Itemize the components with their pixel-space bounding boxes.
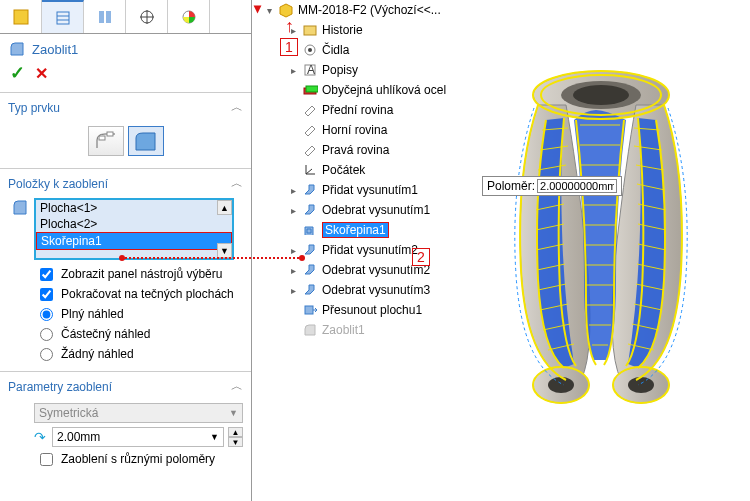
node-icon: [302, 102, 318, 118]
type-buttons: [0, 122, 251, 168]
scroll-up-button[interactable]: ▲: [217, 200, 232, 215]
callout-connector: [122, 257, 302, 259]
section-items-label: Položky k zaoblení: [8, 177, 108, 191]
symmetry-value: Symetrická: [39, 406, 98, 420]
node-label: Pravá rovina: [322, 143, 389, 157]
radius-value: 2.00mm: [57, 430, 100, 444]
node-label: Obyčejná uhlíková ocel: [322, 83, 446, 97]
expand-icon[interactable]: ▸: [288, 185, 298, 196]
section-type-header[interactable]: Typ prvku ︿: [0, 93, 251, 122]
spin-up-button[interactable]: ▲: [228, 427, 243, 437]
spin-down-button[interactable]: ▼: [228, 437, 243, 447]
tree-root-label: MM-2018-F2 (Výchozí<<...: [298, 3, 441, 17]
type-face-fillet-button[interactable]: [128, 126, 164, 156]
svg-rect-5: [106, 11, 111, 23]
property-manager-panel: Zaoblit1 ✓ ✕ Typ prvku ︿ Položky k zaobl…: [0, 0, 252, 501]
svg-rect-0: [14, 10, 28, 24]
expand-icon[interactable]: ▸: [288, 25, 298, 36]
expand-icon[interactable]: ▸: [288, 285, 298, 296]
preview-none-label: Žádný náhled: [61, 347, 134, 361]
node-icon: [302, 222, 318, 238]
node-label: Přidat vysunutím2: [322, 243, 418, 257]
multi-radius-label: Zaoblení s různými poloměry: [61, 452, 215, 466]
selection-listbox[interactable]: Plocha<1> Plocha<2> Skořepina1 ▲ ▼: [34, 198, 234, 260]
tab-display-manager[interactable]: [168, 0, 210, 33]
section-params: Parametry zaoblení ︿ Symetrická ▼ ↷ 2.00…: [0, 371, 251, 469]
node-icon: A: [302, 62, 318, 78]
panel-tabbar: [0, 0, 251, 34]
node-icon: [302, 42, 318, 58]
preview-partial-radio[interactable]: [40, 328, 53, 341]
show-toolbar-checkbox[interactable]: [40, 268, 53, 281]
node-label: Přesunout plochu1: [322, 303, 422, 317]
preview-partial-label: Částečný náhled: [61, 327, 150, 341]
section-params-label: Parametry zaoblení: [8, 380, 112, 394]
collapse-icon[interactable]: ▾: [264, 5, 274, 16]
option-row: Pokračovat na tečných plochách: [0, 284, 251, 304]
node-icon: [302, 282, 318, 298]
tooltip-value-input[interactable]: [537, 179, 617, 193]
multi-radius-checkbox[interactable]: [40, 453, 53, 466]
tangent-checkbox[interactable]: [40, 288, 53, 301]
radius-tooltip: Poloměr:: [482, 176, 622, 196]
option-row: Zaoblení s různými poloměry: [0, 449, 251, 469]
radius-input[interactable]: 2.00mm ▼: [52, 427, 224, 447]
scroll-down-button[interactable]: ▼: [217, 243, 232, 258]
tree-root[interactable]: ▾ MM-2018-F2 (Výchozí<<...: [264, 0, 534, 20]
chevron-up-icon: ︿: [231, 99, 243, 116]
tab-configuration-manager[interactable]: [84, 0, 126, 33]
feature-title: Zaoblit1: [32, 42, 78, 57]
section-params-header[interactable]: Parametry zaoblení ︿: [0, 372, 251, 401]
radius-spinner: ▲ ▼: [228, 427, 243, 447]
node-icon: [302, 302, 318, 318]
ok-button[interactable]: ✓: [10, 62, 25, 84]
preview-none-radio[interactable]: [40, 348, 53, 361]
model-viewport[interactable]: [446, 50, 746, 420]
svg-rect-1: [57, 12, 69, 24]
node-label: Přidat vysunutím1: [322, 183, 418, 197]
expand-icon[interactable]: ▸: [288, 205, 298, 216]
tree-node[interactable]: ▸Historie: [264, 20, 534, 40]
tab-dimxpert[interactable]: [126, 0, 168, 33]
node-icon: [302, 322, 318, 338]
section-items: Položky k zaoblení ︿ Plocha<1> Plocha<2>…: [0, 168, 251, 371]
list-item[interactable]: Plocha<1>: [36, 200, 232, 216]
option-row: Zobrazit panel nástrojů výběru: [0, 264, 251, 284]
node-icon: [302, 262, 318, 278]
expand-icon[interactable]: ▸: [288, 245, 298, 256]
node-label: Odebrat vysunutím1: [322, 203, 430, 217]
flyout-toggle-icon[interactable]: ▾: [254, 0, 261, 16]
callout-number: 2: [412, 248, 430, 266]
type-constant-radius-button[interactable]: [88, 126, 124, 156]
node-label: Zaoblit1: [322, 323, 365, 337]
svg-point-25: [573, 85, 629, 105]
svg-line-21: [306, 169, 312, 174]
radius-icon: ↷: [34, 429, 46, 445]
feature-header: Zaoblit1: [0, 34, 251, 60]
node-icon: [302, 122, 318, 138]
section-items-header[interactable]: Položky k zaoblení ︿: [0, 169, 251, 198]
svg-text:A: A: [307, 63, 315, 77]
node-icon: [302, 202, 318, 218]
node-label: Popisy: [322, 63, 358, 77]
expand-icon[interactable]: ▸: [288, 265, 298, 276]
list-item[interactable]: Skořepina1: [36, 232, 232, 250]
tab-feature-manager[interactable]: [0, 0, 42, 33]
cancel-button[interactable]: ✕: [35, 64, 48, 83]
graphics-area: ▾ ↑ 1 ▾ MM-2018-F2 (Výchozí<<... ▸Histor…: [252, 0, 750, 501]
node-label: Skořepina1: [322, 222, 389, 238]
symmetry-combo[interactable]: Symetrická ▼: [34, 403, 243, 423]
list-item[interactable]: Plocha<2>: [36, 216, 232, 232]
section-type: Typ prvku ︿: [0, 92, 251, 168]
face-selection-icon: [10, 198, 30, 218]
svg-point-27: [548, 377, 574, 393]
chevron-up-icon: ︿: [231, 378, 243, 395]
section-type-label: Typ prvku: [8, 101, 60, 115]
preview-full-radio[interactable]: [40, 308, 53, 321]
tooltip-label: Poloměr:: [487, 179, 535, 193]
node-label: Historie: [322, 23, 363, 37]
node-label: Odebrat vysunutím3: [322, 283, 430, 297]
tab-property-manager[interactable]: [42, 0, 84, 33]
model-render: [446, 50, 746, 420]
expand-icon[interactable]: ▸: [288, 65, 298, 76]
